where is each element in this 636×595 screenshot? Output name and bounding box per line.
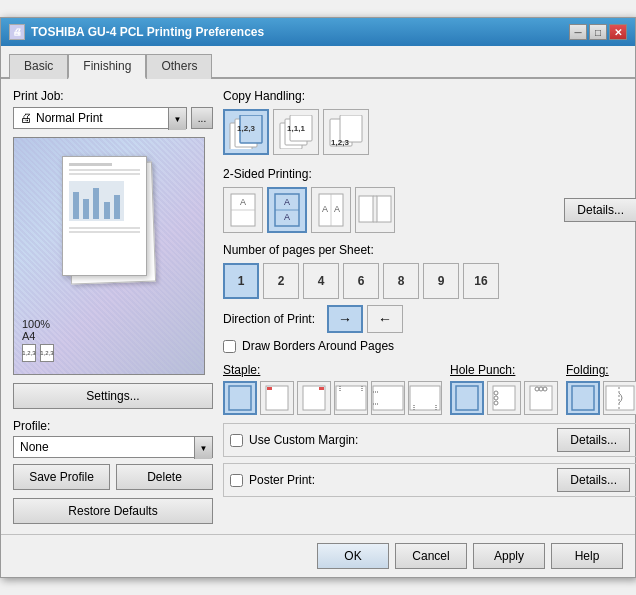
pages-btn-8[interactable]: 8 — [383, 263, 419, 299]
svg-rect-22 — [359, 196, 373, 222]
restore-defaults-button[interactable]: Restore Defaults — [13, 498, 213, 524]
minimize-button[interactable]: ─ — [569, 24, 587, 40]
use-custom-margin-checkbox[interactable] — [230, 434, 243, 447]
preview-page-icon-1: 1,2,3 — [22, 344, 36, 362]
profile-value: None — [14, 437, 194, 457]
staple-none-icon — [228, 385, 252, 411]
more-options-button[interactable]: ... — [191, 107, 213, 129]
folding-none[interactable] — [566, 381, 600, 415]
dir-btn-down[interactable]: ← — [367, 305, 403, 333]
two-sided-long[interactable]: A A — [267, 187, 307, 233]
svg-rect-40 — [456, 386, 478, 410]
print-job-label: Print Job: — [13, 89, 213, 103]
save-profile-button[interactable]: Save Profile — [13, 464, 110, 490]
pages-btn-6[interactable]: 6 — [343, 263, 379, 299]
main-content: Print Job: 🖨 Normal Print ▼ ... — [1, 79, 635, 534]
print-job-row: 🖨 Normal Print ▼ ... — [13, 107, 213, 129]
staple-dual-bottom-icon — [409, 385, 441, 411]
svg-rect-37 — [410, 386, 440, 410]
direction-label: Direction of Print: — [223, 312, 315, 326]
pages-btn-9[interactable]: 9 — [423, 263, 459, 299]
svg-rect-30 — [319, 387, 324, 390]
hole-punch-top[interactable] — [524, 381, 558, 415]
use-custom-margin-details-button[interactable]: Details... — [557, 428, 630, 452]
tab-basic[interactable]: Basic — [9, 54, 68, 79]
pages-btn-4[interactable]: 4 — [303, 263, 339, 299]
profile-label: Profile: — [13, 419, 213, 433]
folding-fold-icon — [605, 385, 635, 411]
copy-option-3-icon: 1,2,3 — [328, 115, 364, 149]
dropdown-arrow[interactable]: ▼ — [168, 108, 186, 130]
poster-print-details-button[interactable]: Details... — [557, 468, 630, 492]
help-button[interactable]: Help — [551, 543, 623, 569]
svg-text:1,2,3: 1,2,3 — [331, 138, 349, 147]
staple-dual-left[interactable] — [371, 381, 405, 415]
print-job-select[interactable]: 🖨 Normal Print ▼ — [13, 107, 187, 129]
folding-fold[interactable] — [603, 381, 636, 415]
two-sided-details-button[interactable]: Details... — [564, 198, 636, 222]
staple-top-left[interactable] — [260, 381, 294, 415]
svg-text:A: A — [284, 197, 290, 207]
left-panel: Print Job: 🖨 Normal Print ▼ ... — [13, 89, 213, 524]
print-job-icon: 🖨 Normal Print — [14, 108, 168, 128]
collated-icon: 1,2,3 — [228, 115, 264, 149]
preview-percent: 100% — [22, 318, 54, 330]
two-sided-off[interactable]: A — [223, 187, 263, 233]
copy-handling-label: Copy Handling: — [223, 89, 636, 103]
hole-punch-label: Hole Punch: — [450, 363, 558, 377]
two-sided-book[interactable] — [355, 187, 395, 233]
staple-label: Staple: — [223, 363, 442, 377]
settings-button[interactable]: Settings... — [13, 383, 213, 409]
print-job-value: Normal Print — [36, 111, 103, 125]
two-sided-book-icon — [357, 192, 393, 228]
ok-button[interactable]: OK — [317, 543, 389, 569]
two-sided-long-icon: A A — [272, 192, 302, 228]
copy-option-collated[interactable]: 1,2,3 — [223, 109, 269, 155]
arrow-left-icon: ← — [378, 311, 392, 327]
cancel-button[interactable]: Cancel — [395, 543, 467, 569]
svg-rect-31 — [336, 386, 366, 410]
poster-print-label: Poster Print: — [249, 473, 315, 487]
tab-finishing[interactable]: Finishing — [68, 54, 146, 79]
staple-top-left-icon — [265, 385, 289, 411]
staple-none[interactable] — [223, 381, 257, 415]
close-button[interactable]: ✕ — [609, 24, 627, 40]
hole-punch-none-icon — [455, 385, 479, 411]
svg-rect-49 — [572, 386, 594, 410]
hole-punch-left[interactable] — [487, 381, 521, 415]
pages-btn-16[interactable]: 16 — [463, 263, 499, 299]
draw-borders-checkbox[interactable] — [223, 340, 236, 353]
profile-dropdown-arrow[interactable]: ▼ — [194, 437, 212, 459]
hole-punch-none[interactable] — [450, 381, 484, 415]
svg-text:A: A — [240, 197, 246, 207]
poster-print-checkbox[interactable] — [230, 474, 243, 487]
svg-text:A: A — [334, 204, 340, 214]
copy-option-uncollated[interactable]: 1,1,1 — [273, 109, 319, 155]
pages-btn-1[interactable]: 1 — [223, 263, 259, 299]
apply-button[interactable]: Apply — [473, 543, 545, 569]
copy-handling-options: 1,2,3 1,1,1 1 — [223, 109, 636, 155]
svg-rect-28 — [267, 387, 272, 390]
right-panel: Copy Handling: 1,2,3 — [223, 89, 636, 524]
two-sided-label: 2-Sided Printing: — [223, 167, 636, 181]
pages-btn-2[interactable]: 2 — [263, 263, 299, 299]
maximize-button[interactable]: □ — [589, 24, 607, 40]
preview-page2: 1,2,3 — [40, 350, 53, 356]
svg-rect-34 — [373, 386, 403, 410]
delete-button[interactable]: Delete — [116, 464, 213, 490]
dir-btn-right[interactable]: → — [327, 305, 363, 333]
pages-per-sheet-label: Number of pages per Sheet: — [223, 243, 636, 257]
copy-option-3[interactable]: 1,2,3 — [323, 109, 369, 155]
profile-select[interactable]: None ▼ — [13, 436, 213, 458]
arrow-right-icon: → — [338, 311, 352, 327]
staple-dual-top[interactable] — [334, 381, 368, 415]
two-sided-short[interactable]: A A — [311, 187, 351, 233]
two-sided-off-icon: A — [228, 192, 258, 228]
title-bar-left: 🖨 TOSHIBA GU-4 PCL Printing Preferences — [9, 24, 264, 40]
uncollated-icon: 1,1,1 — [278, 115, 314, 149]
staple-top-right[interactable] — [297, 381, 331, 415]
staple-dual-bottom[interactable] — [408, 381, 442, 415]
draw-borders-row: Draw Borders Around Pages — [223, 339, 636, 353]
two-sided-row: A A A A — [223, 187, 636, 233]
tab-others[interactable]: Others — [146, 54, 212, 79]
